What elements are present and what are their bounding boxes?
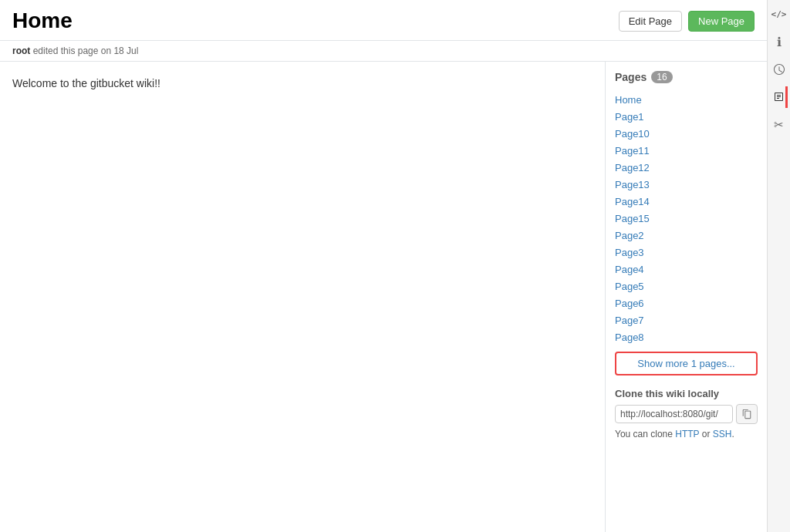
header-buttons: Edit Page New Page xyxy=(619,8,755,32)
page-link[interactable]: Home xyxy=(615,94,642,106)
page-link[interactable]: Page3 xyxy=(615,247,644,258)
list-item: Page4 xyxy=(615,261,758,278)
page-link[interactable]: Page13 xyxy=(615,179,650,190)
pages-label: Pages xyxy=(615,71,647,83)
code-icon[interactable]: </> xyxy=(771,6,787,22)
list-item: Page10 xyxy=(615,125,758,142)
list-item: Page5 xyxy=(615,278,758,295)
page-link[interactable]: Page5 xyxy=(615,281,644,292)
clone-text: You can clone xyxy=(615,429,675,439)
scissors-icon[interactable]: ✂ xyxy=(771,117,787,133)
list-item: Page13 xyxy=(615,176,758,193)
page-list: HomePage1Page10Page11Page12Page13Page14P… xyxy=(615,91,758,345)
show-more-button[interactable]: Show more 1 pages... xyxy=(615,352,758,375)
list-item: Page6 xyxy=(615,295,758,311)
subtitle-action: edited this page on xyxy=(33,45,111,56)
clone-end: . xyxy=(731,429,734,439)
welcome-text: Welcome to the gitbucket wiki!! xyxy=(12,77,592,89)
edit-page-button[interactable]: Edit Page xyxy=(619,11,682,32)
page-link[interactable]: Page7 xyxy=(615,315,644,326)
list-item: Page12 xyxy=(615,159,758,176)
subtitle-user: root xyxy=(12,45,30,56)
page-link[interactable]: Page2 xyxy=(615,230,644,241)
page-link[interactable]: Page8 xyxy=(615,332,644,343)
book-icon[interactable] xyxy=(771,89,787,105)
clone-copy-button[interactable] xyxy=(736,404,758,424)
page-link[interactable]: Page6 xyxy=(615,298,644,309)
history-icon[interactable] xyxy=(771,62,787,77)
main-content: Welcome to the gitbucket wiki!! xyxy=(0,62,605,532)
clone-http-link[interactable]: HTTP xyxy=(675,429,699,439)
clone-url-input[interactable] xyxy=(615,405,733,423)
main-container: Home Edit Page New Page root edited this… xyxy=(0,0,767,532)
subtitle-date: 18 Jul xyxy=(113,45,138,56)
page-link[interactable]: Page15 xyxy=(615,213,650,224)
page-link[interactable]: Page10 xyxy=(615,128,650,140)
sidebar: Pages 16 HomePage1Page10Page11Page12Page… xyxy=(605,62,767,532)
header: Home Edit Page New Page xyxy=(0,0,767,41)
page-title: Home xyxy=(12,8,73,34)
list-item: Page1 xyxy=(615,108,758,125)
clone-ssh-link[interactable]: SSH xyxy=(713,429,732,439)
pages-header: Pages 16 xyxy=(615,71,758,83)
info-icon[interactable]: ℹ xyxy=(771,34,787,49)
page-link[interactable]: Page14 xyxy=(615,196,650,207)
clone-links: You can clone HTTP or SSH. xyxy=(615,429,758,439)
subtitle: root edited this page on 18 Jul xyxy=(0,41,767,62)
new-page-button[interactable]: New Page xyxy=(688,11,755,32)
list-item: Page7 xyxy=(615,311,758,328)
page-link[interactable]: Page4 xyxy=(615,264,644,275)
clone-section: Clone this wiki locally You can clone HT… xyxy=(615,388,758,439)
page-link[interactable]: Page12 xyxy=(615,162,650,173)
list-item: Page2 xyxy=(615,227,758,244)
clone-title: Clone this wiki locally xyxy=(615,388,758,399)
page-link[interactable]: Page1 xyxy=(615,111,644,123)
content-area: Welcome to the gitbucket wiki!! Pages 16… xyxy=(0,62,767,532)
clone-input-wrap xyxy=(615,404,758,424)
list-item: Page8 xyxy=(615,328,758,345)
list-item: Page15 xyxy=(615,210,758,227)
right-icons-panel: </> ℹ ✂ xyxy=(767,0,790,532)
list-item: Home xyxy=(615,91,758,108)
pages-badge: 16 xyxy=(651,71,672,83)
list-item: Page11 xyxy=(615,142,758,159)
list-item: Page14 xyxy=(615,193,758,210)
list-item: Page3 xyxy=(615,244,758,261)
clone-or: or xyxy=(699,429,712,439)
page-link[interactable]: Page11 xyxy=(615,145,650,157)
